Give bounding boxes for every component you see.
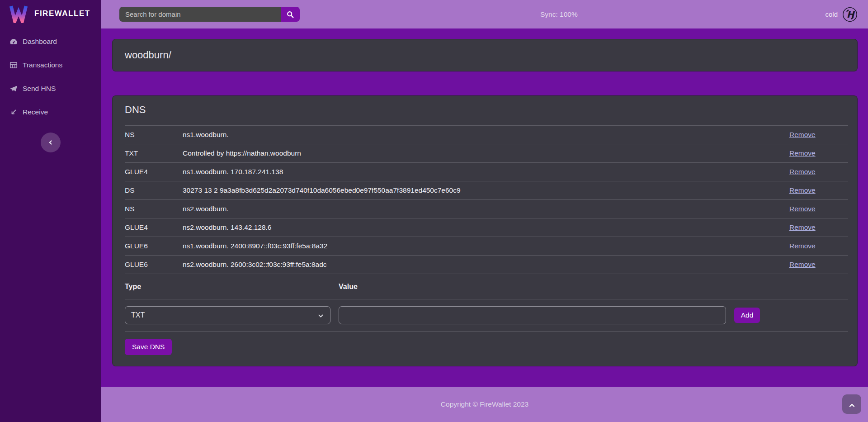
search-button[interactable] [281, 7, 300, 22]
value-column-header: Value [339, 283, 848, 291]
sidebar-item-send-hns[interactable]: Send HNS [0, 83, 101, 94]
brand-name: FIREWALLET [34, 9, 90, 18]
domain-search [119, 7, 300, 22]
record-type: TXT [125, 149, 183, 157]
dns-card-title: DNS [125, 96, 848, 126]
sidebar-item-dashboard[interactable]: Dashboard [0, 36, 101, 47]
record-value: 30273 13 2 9a3a8fb3d625d2a2073d740f10da6… [183, 186, 789, 194]
record-value: ns2.woodburn. 143.42.128.6 [183, 223, 789, 232]
scroll-to-top-button[interactable] [842, 394, 861, 414]
dns-record-row: GLUE6 ns1.woodburn. 2400:8907::f03c:93ff… [125, 237, 848, 256]
dns-record-row: GLUE6 ns2.woodburn. 2600:3c02::f03c:93ff… [125, 256, 848, 274]
record-type: GLUE6 [125, 261, 183, 269]
wallet-mode-label: cold [825, 10, 838, 18]
sidebar-item-receive[interactable]: Receive [0, 107, 101, 118]
firewallet-logo-icon [9, 4, 28, 23]
copyright-text: Copyright © FireWallet 2023 [441, 400, 528, 408]
gauge-icon [9, 37, 18, 46]
sidebar: FIREWALLET Dashboard Transactions Send H… [0, 0, 101, 422]
dns-type-select[interactable]: TXT [125, 306, 330, 324]
record-value: ns1.woodburn. 2400:8907::f03c:93ff:fe5a:… [183, 242, 789, 250]
search-icon [286, 10, 294, 19]
record-value: ns2.woodburn. [183, 205, 789, 213]
chevron-left-icon [48, 140, 53, 145]
table-icon [9, 61, 18, 70]
topbar: Sync: 100% cold H [101, 0, 868, 28]
sidebar-nav: Dashboard Transactions Send HNS Receive [0, 36, 101, 118]
sidebar-item-label: Send HNS [23, 85, 56, 93]
dns-record-row: DS 30273 13 2 9a3a8fb3d625d2a2073d740f10… [125, 181, 848, 200]
record-type: GLUE6 [125, 242, 183, 250]
record-value: ns2.woodburn. 2600:3c02::f03c:93ff:fe5a:… [183, 261, 789, 269]
handshake-logo-icon[interactable]: H [842, 7, 858, 22]
remove-record-link[interactable]: Remove [789, 261, 848, 269]
dns-type-selected-value: TXT [131, 311, 145, 319]
record-value: Controlled by https://nathan.woodburn [183, 149, 789, 157]
domain-title-card: woodburn/ [112, 39, 858, 71]
record-type: DS [125, 186, 183, 194]
arrow-down-left-icon [9, 108, 18, 117]
record-type: GLUE4 [125, 168, 183, 176]
search-input[interactable] [119, 7, 281, 22]
dns-record-row: GLUE4 ns1.woodburn. 170.187.241.138 Remo… [125, 163, 848, 181]
sidebar-item-label: Dashboard [23, 38, 57, 46]
dns-card: DNS NS ns1.woodburn. Remove TXT Controll… [112, 95, 858, 366]
remove-record-link[interactable]: Remove [789, 168, 848, 176]
sync-status: Sync: 100% [540, 0, 578, 28]
record-type: NS [125, 131, 183, 139]
remove-record-link[interactable]: Remove [789, 131, 848, 139]
dns-record-row: NS ns1.woodburn. Remove [125, 126, 848, 144]
dns-record-row: TXT Controlled by https://nathan.woodbur… [125, 144, 848, 163]
record-type: GLUE4 [125, 223, 183, 232]
domain-title: woodburn/ [125, 49, 171, 61]
type-column-header: Type [125, 283, 339, 291]
dns-records-table: NS ns1.woodburn. Remove TXT Controlled b… [125, 126, 848, 274]
save-dns-button[interactable]: Save DNS [125, 339, 172, 355]
main-content: woodburn/ DNS NS ns1.woodburn. Remove TX… [101, 28, 868, 387]
add-record-button[interactable]: Add [734, 308, 760, 323]
dns-value-input[interactable] [339, 306, 726, 324]
footer: Copyright © FireWallet 2023 [101, 387, 868, 422]
remove-record-link[interactable]: Remove [789, 223, 848, 232]
remove-record-link[interactable]: Remove [789, 205, 848, 213]
record-value: ns1.woodburn. 170.187.241.138 [183, 168, 789, 176]
paper-plane-icon [9, 84, 18, 93]
sidebar-item-transactions[interactable]: Transactions [0, 60, 101, 71]
sidebar-item-label: Transactions [23, 61, 62, 69]
dns-form-header: Type Value [125, 274, 848, 299]
chevron-down-icon [318, 313, 324, 318]
remove-record-link[interactable]: Remove [789, 242, 848, 250]
sidebar-collapse-button[interactable] [41, 133, 61, 152]
content-column: Sync: 100% cold H woodburn/ DNS [101, 0, 868, 422]
wallet-status: cold H [825, 0, 858, 28]
dns-add-record-form: TXT Add [125, 299, 848, 332]
remove-record-link[interactable]: Remove [789, 186, 848, 194]
sidebar-item-label: Receive [23, 108, 48, 116]
remove-record-link[interactable]: Remove [789, 149, 848, 157]
brand-home-link[interactable]: FIREWALLET [0, 0, 101, 27]
app-root: FIREWALLET Dashboard Transactions Send H… [0, 0, 868, 422]
record-value: ns1.woodburn. [183, 131, 789, 139]
dns-record-row: NS ns2.woodburn. Remove [125, 200, 848, 218]
chevron-up-icon [849, 402, 855, 407]
dns-record-row: GLUE4 ns2.woodburn. 143.42.128.6 Remove [125, 218, 848, 237]
record-type: NS [125, 205, 183, 213]
